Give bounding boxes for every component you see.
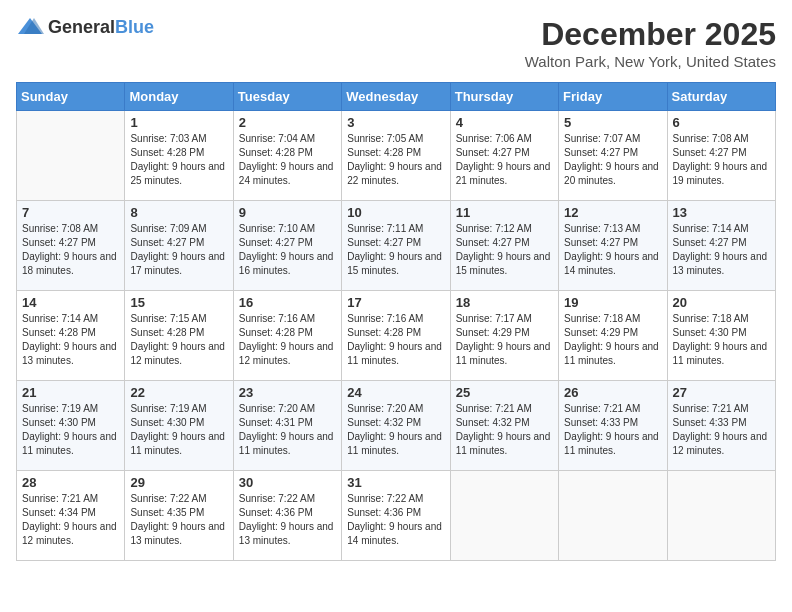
- day-number: 14: [22, 295, 119, 310]
- calendar-day-cell: 13Sunrise: 7:14 AM Sunset: 4:27 PM Dayli…: [667, 201, 775, 291]
- day-number: 12: [564, 205, 661, 220]
- day-number: 1: [130, 115, 227, 130]
- calendar-day-cell: 8Sunrise: 7:09 AM Sunset: 4:27 PM Daylig…: [125, 201, 233, 291]
- day-info: Sunrise: 7:21 AM Sunset: 4:33 PM Dayligh…: [673, 402, 770, 458]
- calendar-day-cell: 7Sunrise: 7:08 AM Sunset: 4:27 PM Daylig…: [17, 201, 125, 291]
- title-area: December 2025 Walton Park, New York, Uni…: [525, 16, 776, 70]
- calendar-day-cell: 9Sunrise: 7:10 AM Sunset: 4:27 PM Daylig…: [233, 201, 341, 291]
- day-info: Sunrise: 7:13 AM Sunset: 4:27 PM Dayligh…: [564, 222, 661, 278]
- day-number: 7: [22, 205, 119, 220]
- calendar-day-cell: [450, 471, 558, 561]
- logo: GeneralBlue: [16, 16, 154, 38]
- calendar-day-cell: 16Sunrise: 7:16 AM Sunset: 4:28 PM Dayli…: [233, 291, 341, 381]
- day-number: 9: [239, 205, 336, 220]
- day-number: 6: [673, 115, 770, 130]
- day-info: Sunrise: 7:22 AM Sunset: 4:36 PM Dayligh…: [347, 492, 444, 548]
- calendar-day-cell: 5Sunrise: 7:07 AM Sunset: 4:27 PM Daylig…: [559, 111, 667, 201]
- day-info: Sunrise: 7:15 AM Sunset: 4:28 PM Dayligh…: [130, 312, 227, 368]
- day-number: 31: [347, 475, 444, 490]
- day-info: Sunrise: 7:06 AM Sunset: 4:27 PM Dayligh…: [456, 132, 553, 188]
- calendar-day-cell: 26Sunrise: 7:21 AM Sunset: 4:33 PM Dayli…: [559, 381, 667, 471]
- day-number: 10: [347, 205, 444, 220]
- calendar-day-cell: 14Sunrise: 7:14 AM Sunset: 4:28 PM Dayli…: [17, 291, 125, 381]
- logo-icon: [16, 16, 44, 38]
- calendar-day-cell: 28Sunrise: 7:21 AM Sunset: 4:34 PM Dayli…: [17, 471, 125, 561]
- calendar-week-row: 14Sunrise: 7:14 AM Sunset: 4:28 PM Dayli…: [17, 291, 776, 381]
- day-info: Sunrise: 7:22 AM Sunset: 4:35 PM Dayligh…: [130, 492, 227, 548]
- day-info: Sunrise: 7:14 AM Sunset: 4:27 PM Dayligh…: [673, 222, 770, 278]
- day-info: Sunrise: 7:14 AM Sunset: 4:28 PM Dayligh…: [22, 312, 119, 368]
- calendar-day-cell: [667, 471, 775, 561]
- logo-text-blue: Blue: [115, 17, 154, 37]
- day-number: 4: [456, 115, 553, 130]
- day-number: 25: [456, 385, 553, 400]
- day-number: 30: [239, 475, 336, 490]
- day-info: Sunrise: 7:20 AM Sunset: 4:31 PM Dayligh…: [239, 402, 336, 458]
- day-of-week-header: Saturday: [667, 83, 775, 111]
- day-number: 22: [130, 385, 227, 400]
- calendar-day-cell: 31Sunrise: 7:22 AM Sunset: 4:36 PM Dayli…: [342, 471, 450, 561]
- calendar-day-cell: 15Sunrise: 7:15 AM Sunset: 4:28 PM Dayli…: [125, 291, 233, 381]
- day-of-week-header: Thursday: [450, 83, 558, 111]
- day-number: 28: [22, 475, 119, 490]
- day-info: Sunrise: 7:12 AM Sunset: 4:27 PM Dayligh…: [456, 222, 553, 278]
- calendar-day-cell: 18Sunrise: 7:17 AM Sunset: 4:29 PM Dayli…: [450, 291, 558, 381]
- calendar-week-row: 28Sunrise: 7:21 AM Sunset: 4:34 PM Dayli…: [17, 471, 776, 561]
- calendar-day-cell: 10Sunrise: 7:11 AM Sunset: 4:27 PM Dayli…: [342, 201, 450, 291]
- calendar-week-row: 1Sunrise: 7:03 AM Sunset: 4:28 PM Daylig…: [17, 111, 776, 201]
- calendar-day-cell: [17, 111, 125, 201]
- calendar-day-cell: 21Sunrise: 7:19 AM Sunset: 4:30 PM Dayli…: [17, 381, 125, 471]
- calendar-day-cell: 17Sunrise: 7:16 AM Sunset: 4:28 PM Dayli…: [342, 291, 450, 381]
- day-number: 19: [564, 295, 661, 310]
- day-info: Sunrise: 7:08 AM Sunset: 4:27 PM Dayligh…: [22, 222, 119, 278]
- calendar-day-cell: 6Sunrise: 7:08 AM Sunset: 4:27 PM Daylig…: [667, 111, 775, 201]
- day-info: Sunrise: 7:04 AM Sunset: 4:28 PM Dayligh…: [239, 132, 336, 188]
- day-number: 26: [564, 385, 661, 400]
- day-of-week-header: Friday: [559, 83, 667, 111]
- calendar-day-cell: 1Sunrise: 7:03 AM Sunset: 4:28 PM Daylig…: [125, 111, 233, 201]
- day-number: 2: [239, 115, 336, 130]
- logo-text-general: General: [48, 17, 115, 37]
- day-number: 11: [456, 205, 553, 220]
- day-number: 27: [673, 385, 770, 400]
- day-number: 21: [22, 385, 119, 400]
- day-info: Sunrise: 7:18 AM Sunset: 4:29 PM Dayligh…: [564, 312, 661, 368]
- day-info: Sunrise: 7:16 AM Sunset: 4:28 PM Dayligh…: [347, 312, 444, 368]
- calendar-day-cell: 20Sunrise: 7:18 AM Sunset: 4:30 PM Dayli…: [667, 291, 775, 381]
- calendar-week-row: 7Sunrise: 7:08 AM Sunset: 4:27 PM Daylig…: [17, 201, 776, 291]
- day-of-week-header: Sunday: [17, 83, 125, 111]
- day-of-week-header: Wednesday: [342, 83, 450, 111]
- day-number: 24: [347, 385, 444, 400]
- calendar-day-cell: [559, 471, 667, 561]
- day-number: 23: [239, 385, 336, 400]
- day-info: Sunrise: 7:21 AM Sunset: 4:34 PM Dayligh…: [22, 492, 119, 548]
- day-info: Sunrise: 7:20 AM Sunset: 4:32 PM Dayligh…: [347, 402, 444, 458]
- day-info: Sunrise: 7:05 AM Sunset: 4:28 PM Dayligh…: [347, 132, 444, 188]
- calendar-day-cell: 22Sunrise: 7:19 AM Sunset: 4:30 PM Dayli…: [125, 381, 233, 471]
- calendar-day-cell: 11Sunrise: 7:12 AM Sunset: 4:27 PM Dayli…: [450, 201, 558, 291]
- day-number: 17: [347, 295, 444, 310]
- day-info: Sunrise: 7:03 AM Sunset: 4:28 PM Dayligh…: [130, 132, 227, 188]
- calendar-day-cell: 12Sunrise: 7:13 AM Sunset: 4:27 PM Dayli…: [559, 201, 667, 291]
- calendar-day-cell: 19Sunrise: 7:18 AM Sunset: 4:29 PM Dayli…: [559, 291, 667, 381]
- day-info: Sunrise: 7:10 AM Sunset: 4:27 PM Dayligh…: [239, 222, 336, 278]
- day-info: Sunrise: 7:07 AM Sunset: 4:27 PM Dayligh…: [564, 132, 661, 188]
- calendar-header-row: SundayMondayTuesdayWednesdayThursdayFrid…: [17, 83, 776, 111]
- day-info: Sunrise: 7:18 AM Sunset: 4:30 PM Dayligh…: [673, 312, 770, 368]
- day-info: Sunrise: 7:21 AM Sunset: 4:32 PM Dayligh…: [456, 402, 553, 458]
- day-info: Sunrise: 7:11 AM Sunset: 4:27 PM Dayligh…: [347, 222, 444, 278]
- day-number: 20: [673, 295, 770, 310]
- location-title: Walton Park, New York, United States: [525, 53, 776, 70]
- day-info: Sunrise: 7:19 AM Sunset: 4:30 PM Dayligh…: [130, 402, 227, 458]
- calendar-day-cell: 25Sunrise: 7:21 AM Sunset: 4:32 PM Dayli…: [450, 381, 558, 471]
- day-of-week-header: Tuesday: [233, 83, 341, 111]
- day-number: 15: [130, 295, 227, 310]
- day-info: Sunrise: 7:16 AM Sunset: 4:28 PM Dayligh…: [239, 312, 336, 368]
- month-title: December 2025: [525, 16, 776, 53]
- calendar: SundayMondayTuesdayWednesdayThursdayFrid…: [16, 82, 776, 561]
- calendar-day-cell: 24Sunrise: 7:20 AM Sunset: 4:32 PM Dayli…: [342, 381, 450, 471]
- day-info: Sunrise: 7:19 AM Sunset: 4:30 PM Dayligh…: [22, 402, 119, 458]
- day-number: 5: [564, 115, 661, 130]
- day-number: 3: [347, 115, 444, 130]
- calendar-day-cell: 4Sunrise: 7:06 AM Sunset: 4:27 PM Daylig…: [450, 111, 558, 201]
